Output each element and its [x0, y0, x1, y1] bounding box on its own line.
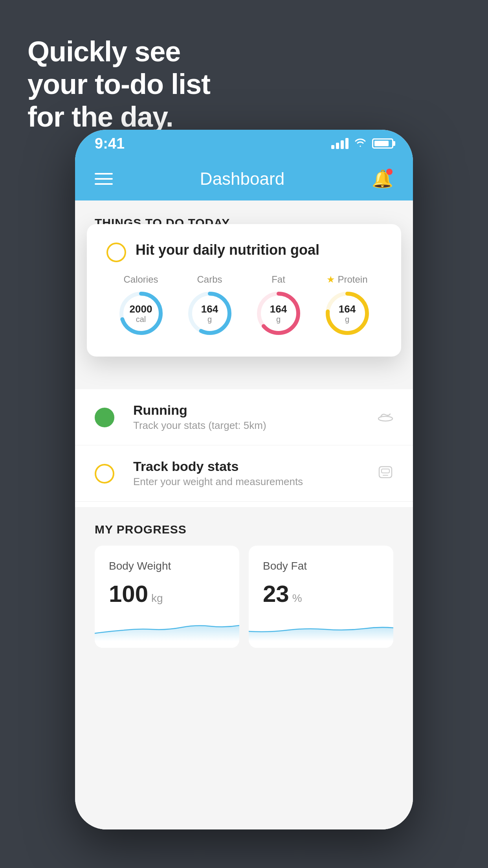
carbs-unit: g: [201, 314, 218, 323]
progress-title: MY PROGRESS: [75, 507, 413, 546]
running-subtitle: Track your stats (target: 5km): [133, 419, 378, 432]
calories-value: 2000: [130, 303, 152, 315]
hero-line1: Quickly see: [28, 35, 210, 68]
body-stats-title: Track body stats: [133, 459, 378, 474]
body-stats-checkbox[interactable]: [95, 464, 114, 484]
carbs-item: Carbs 164 g: [186, 274, 233, 337]
body-weight-chart: [95, 614, 239, 641]
body-stats-content: Track body stats Enter your weight and m…: [133, 459, 378, 488]
protein-unit: g: [339, 314, 356, 323]
running-checkbox[interactable]: [95, 408, 114, 427]
protein-value: 164: [339, 303, 356, 315]
carbs-label: Carbs: [197, 274, 222, 285]
calories-unit: cal: [130, 314, 152, 323]
hero-line3: for the day.: [28, 101, 210, 133]
status-time: 9:41: [95, 135, 125, 152]
nutrition-row: Calories 2000 cal: [106, 274, 382, 337]
nutrition-checkbox[interactable]: [106, 243, 126, 262]
notification-bell[interactable]: 🔔: [372, 169, 393, 189]
body-weight-label: Body Weight: [109, 560, 225, 572]
body-weight-value: 100: [109, 580, 148, 607]
fat-label: Fat: [272, 274, 285, 285]
protein-ring: 164 g: [324, 290, 371, 337]
fat-unit: g: [270, 314, 287, 323]
body-stats-subtitle: Enter your weight and measurements: [133, 476, 378, 488]
wifi-icon: [354, 137, 367, 150]
todo-body-stats[interactable]: Track body stats Enter your weight and m…: [75, 445, 413, 502]
phone-frame: 9:41: [75, 130, 413, 829]
fat-ring: 164 g: [255, 290, 302, 337]
running-icon: [378, 409, 393, 425]
notification-dot: [386, 169, 393, 175]
body-fat-unit: %: [292, 592, 302, 605]
status-bar: 9:41: [75, 130, 413, 157]
protein-item: ★ Protein 164 g: [324, 274, 371, 337]
fat-item: Fat 164 g: [255, 274, 302, 337]
progress-section: MY PROGRESS Body Weight 100 kg: [75, 507, 413, 648]
scale-icon: [378, 465, 393, 482]
nutrition-item-title: Hit your daily nutrition goal: [136, 242, 319, 258]
hero-text: Quickly see your to-do list for the day.: [28, 35, 210, 133]
todo-running[interactable]: Running Track your stats (target: 5km): [75, 389, 413, 445]
calories-label: Calories: [123, 274, 158, 285]
svg-rect-10: [382, 469, 389, 473]
phone-mockup: 9:41: [75, 130, 413, 829]
body-fat-chart: [249, 614, 393, 641]
carbs-ring: 164 g: [186, 290, 233, 337]
star-icon: ★: [327, 274, 335, 285]
calories-item: Calories 2000 cal: [117, 274, 165, 337]
body-weight-unit: kg: [151, 592, 163, 605]
status-icons: [331, 137, 393, 150]
battery-icon: [372, 138, 393, 149]
nutrition-todo-item: Hit your daily nutrition goal: [106, 242, 382, 262]
svg-rect-9: [379, 467, 392, 478]
signal-bars-icon: [331, 138, 349, 149]
hero-line2: your to-do list: [28, 68, 210, 101]
running-title: Running: [133, 403, 378, 418]
scroll-content: THINGS TO DO TODAY Hit your daily nutrit…: [75, 200, 413, 829]
calories-ring: 2000 cal: [117, 290, 165, 337]
progress-cards: Body Weight 100 kg: [75, 546, 413, 648]
carbs-value: 164: [201, 303, 218, 315]
body-fat-value: 23: [263, 580, 289, 607]
running-content: Running Track your stats (target: 5km): [133, 403, 378, 432]
header-title: Dashboard: [200, 169, 284, 189]
nutrition-card: Hit your daily nutrition goal Calories: [87, 224, 401, 357]
body-fat-value-row: 23 %: [263, 580, 379, 607]
menu-icon[interactable]: [95, 173, 113, 185]
body-fat-label: Body Fat: [263, 560, 379, 572]
body-weight-card: Body Weight 100 kg: [95, 546, 239, 648]
protein-label: ★ Protein: [327, 274, 367, 285]
body-weight-value-row: 100 kg: [109, 580, 225, 607]
fat-value: 164: [270, 303, 287, 315]
app-header: Dashboard 🔔: [75, 157, 413, 200]
body-fat-card: Body Fat 23 %: [249, 546, 393, 648]
